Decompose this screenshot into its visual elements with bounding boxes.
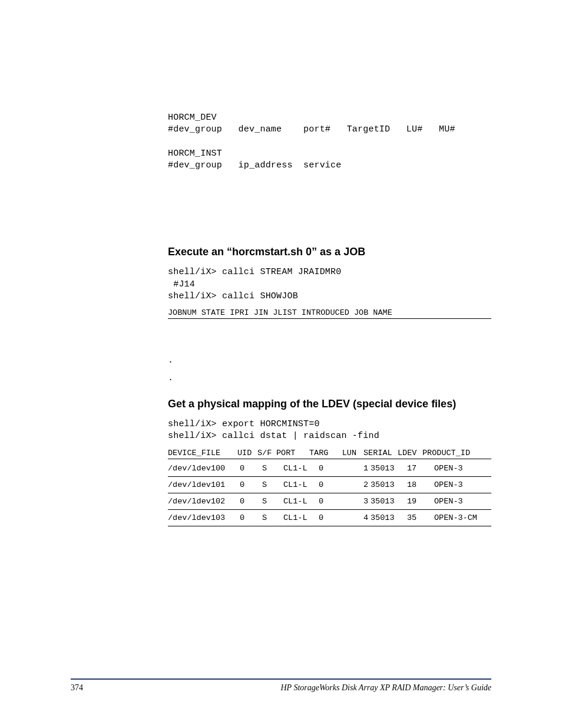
cell-targ: 0: [319, 476, 349, 493]
cell-uid: 0: [240, 476, 262, 493]
cell-uid: 0: [240, 493, 262, 509]
footer-rule: [71, 678, 491, 680]
spacer: [168, 319, 491, 352]
cell-sf: S: [262, 476, 283, 493]
cell-product_id: OPEN-3-CM: [434, 509, 491, 526]
page-number: 374: [71, 683, 83, 693]
cell-ldev: 19: [407, 493, 434, 509]
cell-targ: 0: [319, 509, 349, 526]
code-block-horcm: HORCM_DEV #dev_group dev_name port# Targ…: [168, 112, 491, 172]
cell-device_file: /dev/ldev101: [168, 476, 240, 493]
cell-device_file: /dev/ldev100: [168, 460, 240, 477]
th-device-file: DEVICE_FILE: [168, 449, 237, 457]
table-row: /dev/ldev1020SCL1-L033501319OPEN-3: [168, 493, 491, 509]
section-heading-execute: Execute an “horcmstart.sh 0” as a JOB: [168, 246, 491, 258]
cell-lun: 2: [349, 476, 371, 493]
spacer: [168, 387, 491, 398]
code-block-callci-stream: shell/iX> callci STREAM JRAIDMR0 #J14 sh…: [168, 266, 491, 302]
th-product-id: PRODUCT_ID: [422, 449, 470, 457]
book-title: HP StorageWorks Disk Array XP RAID Manag…: [281, 683, 492, 693]
section-heading-mapping: Get a physical mapping of the LDEV (spec…: [168, 398, 491, 410]
th-ldev: LDEV: [398, 449, 422, 457]
cell-lun: 3: [349, 493, 371, 509]
cell-port: CL1-L: [283, 460, 319, 477]
cell-uid: 0: [240, 460, 262, 477]
cell-ldev: 35: [407, 509, 434, 526]
cell-device_file: /dev/ldev103: [168, 509, 240, 526]
cell-ldev: 17: [407, 460, 434, 477]
cell-port: CL1-L: [283, 509, 319, 526]
code-block-export: shell/iX> export HORCMINST=0 shell/iX> c…: [168, 419, 491, 443]
cell-serial: 35013: [371, 460, 407, 477]
device-table-header: DEVICE_FILE UID S/F PORT TARG LUN SERIAL…: [168, 449, 491, 459]
table-row: /dev/ldev1000SCL1-L013501317OPEN-3: [168, 460, 491, 477]
cell-product_id: OPEN-3: [434, 476, 491, 493]
device-table: /dev/ldev1000SCL1-L013501317OPEN-3/dev/l…: [168, 460, 491, 526]
ellipsis-dots: . .: [168, 352, 491, 387]
page-footer: 374 HP StorageWorks Disk Array XP RAID M…: [71, 678, 491, 693]
cell-sf: S: [262, 509, 283, 526]
page: HORCM_DEV #dev_group dev_name port# Targ…: [0, 0, 562, 728]
cell-product_id: OPEN-3: [434, 460, 491, 477]
cell-targ: 0: [319, 460, 349, 477]
cell-ldev: 18: [407, 476, 434, 493]
cell-device_file: /dev/ldev102: [168, 493, 240, 509]
table-row: /dev/ldev1030SCL1-L043501335OPEN-3-CM: [168, 509, 491, 526]
cell-sf: S: [262, 460, 283, 477]
th-uid: UID: [237, 449, 257, 457]
th-sf: S/F: [257, 449, 276, 457]
cell-lun: 1: [349, 460, 371, 477]
cell-targ: 0: [319, 493, 349, 509]
cell-sf: S: [262, 493, 283, 509]
th-lun: LUN: [338, 449, 363, 457]
spacer: [168, 172, 491, 246]
cell-serial: 35013: [371, 493, 407, 509]
table-row: /dev/ldev1010SCL1-L023501318OPEN-3: [168, 476, 491, 493]
th-serial: SERIAL: [363, 449, 398, 457]
cell-product_id: OPEN-3: [434, 493, 491, 509]
th-targ: TARG: [309, 449, 338, 457]
cell-port: CL1-L: [283, 493, 319, 509]
cell-lun: 4: [349, 509, 371, 526]
cell-serial: 35013: [371, 509, 407, 526]
cell-port: CL1-L: [283, 476, 319, 493]
cell-uid: 0: [240, 509, 262, 526]
cell-serial: 35013: [371, 476, 407, 493]
job-table-header: JOBNUM STATE IPRI JIN JLIST INTRODUCED J…: [168, 308, 491, 319]
th-port: PORT: [276, 449, 309, 457]
